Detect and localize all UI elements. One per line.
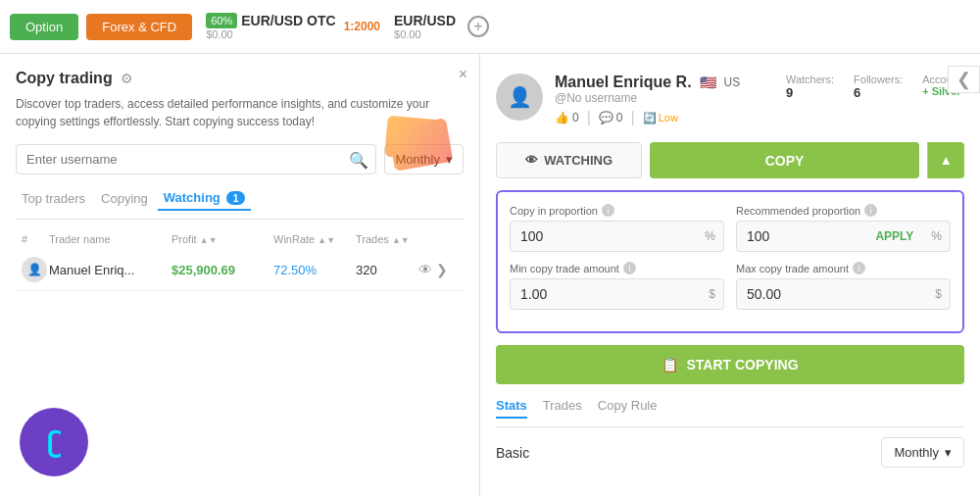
info-icon-4: i [853,262,865,274]
profile-username: @No username [555,91,774,105]
tab-stats[interactable]: Stats [496,398,527,419]
panel-title: Copy trading [16,70,113,87]
copy-proportion-field: Copy in proportion i % [510,204,724,252]
rec-proportion-field: Recommended proportion i APPLY % [736,204,951,252]
chevron-right-icon[interactable]: ❯ [436,262,448,277]
trader-winrate: 72.50% [273,263,352,277]
min-copy-unit: $ [701,280,723,308]
tab-trades[interactable]: Trades [543,398,582,419]
followers-label: Followers: [854,74,903,85]
info-icon-2: i [864,204,877,217]
search-input[interactable] [16,144,376,174]
refresh-icon: 🔄 [643,112,657,124]
tab-top-traders[interactable]: Top traders [16,187,91,210]
right-panel: ❮ 👤 Manuel Enrique R. 🇺🇸 US @No username… [480,54,980,496]
apply-button[interactable]: APPLY [865,223,923,249]
avatar: 👤 [22,257,47,282]
copy-row-1: Copy in proportion i % Recommended propo… [510,204,951,252]
watch-button[interactable]: 👁 WATCHING [496,142,642,178]
tabs-row: Top traders Copying Watching 1 [16,186,464,220]
copy-proportion-label: Copy in proportion i [510,204,724,217]
trader-profile: 👤 Manuel Enrique R. 🇺🇸 US @No username 👍… [496,74,964,130]
monthly-period-select[interactable]: Monthly ▾ [881,437,964,468]
logo-icon: ʗ [47,426,61,459]
search-icon[interactable]: 🔍 [349,150,368,169]
row-actions: 👁 ❯ [418,262,458,277]
copy-proportion-input[interactable] [511,222,697,251]
max-copy-input-wrap: $ [736,278,951,310]
tab-copying[interactable]: Copying [95,187,154,210]
comment-stat: 💬 0 [599,111,623,124]
tab-copy-rule[interactable]: Copy Rule [598,398,658,419]
min-copy-input[interactable] [511,279,701,309]
col-winrate: WinRate ▲▼ [273,233,352,245]
watchers-label: Watchers: [786,74,834,85]
profile-country: US [724,75,741,89]
top-bar: Option Forex & CFD 60% EUR/USD OTC $0.00… [0,0,980,54]
min-copy-field: Min copy trade amount i $ [510,262,724,310]
sort-trades-icon: ▲▼ [392,235,410,245]
copy-proportion-input-wrap: % [510,221,724,252]
rec-proportion-label: Recommended proportion i [736,204,951,217]
max-copy-label: Max copy trade amount i [736,262,951,274]
profile-avatar: 👤 [496,74,543,121]
col-rank: # [22,233,45,245]
table-row[interactable]: 👤 Manuel Enriq... $25,900.69 72.50% 320 … [16,249,464,291]
risk-label: Low [659,112,678,124]
max-copy-input[interactable] [737,279,927,309]
close-button[interactable]: × [459,66,467,83]
add-instrument-button[interactable]: + [467,16,489,37]
chevron-up-icon: ▲ [940,153,953,168]
tab-forex[interactable]: Forex & CFD [86,14,192,40]
inst1-name: EUR/USD OTC [241,13,335,28]
start-copying-button[interactable]: 📋 START COPYING [496,345,964,384]
sort-profit-icon: ▲▼ [200,235,218,245]
profile-stats-row: 👍 0 | 💬 0 | 🔄 Low [555,109,774,126]
risk-badge: 🔄 Low [643,112,678,124]
trader-name: Manuel Enriq... [49,263,168,277]
max-copy-field: Max copy trade amount i $ [736,262,951,310]
max-copy-unit: $ [927,280,950,308]
col-trades: Trades ▲▼ [356,233,415,245]
eye-icon[interactable]: 👁 [418,262,432,277]
copy-button[interactable]: COPY [650,142,919,178]
tab-watching[interactable]: Watching 1 [158,186,251,211]
info-icon-3: i [623,262,636,274]
watching-badge: 1 [226,191,244,205]
divider2: | [631,109,635,126]
inst2-name: EUR/USD [394,13,456,28]
profile-info: Manuel Enrique R. 🇺🇸 US @No username 👍 0… [555,74,774,130]
tab-option[interactable]: Option [10,14,78,40]
comment-icon: 💬 [599,111,613,124]
followers-value: 6 [854,85,903,100]
pct-badge: 60% [206,13,237,28]
sort-winrate-icon: ▲▼ [318,235,335,245]
search-wrap: 🔍 [16,144,376,174]
divider: | [587,109,591,126]
copy-dropdown-button[interactable]: ▲ [927,142,964,178]
main-content: × Copy trading ⚙ Discover top traders, a… [0,54,980,496]
copy-settings: Copy in proportion i % Recommended propo… [496,190,964,333]
info-icon-1: i [602,204,614,217]
instrument-1[interactable]: 60% EUR/USD OTC $0.00 [206,13,335,40]
monthly-label: Monthly [894,445,939,460]
copy-row-2: Min copy trade amount i $ Max copy trade… [510,262,951,310]
inst2-price: $0.00 [394,28,456,40]
min-copy-input-wrap: $ [510,278,724,310]
col-name: Trader name [49,233,168,245]
trader-trades: 320 [356,263,415,277]
profile-name-row: Manuel Enrique R. 🇺🇸 US [555,74,774,91]
instrument-2[interactable]: EUR/USD $0.00 [394,13,456,40]
gear-icon[interactable]: ⚙ [121,71,133,86]
followers-stat: Followers: 6 [854,74,903,100]
col-profit: Profit ▲▼ [172,233,270,245]
back-button[interactable]: ❮ [948,66,980,93]
copy-start-icon: 📋 [662,357,678,372]
table-header: # Trader name Profit ▲▼ WinRate ▲▼ Trade… [16,229,464,249]
profile-extra-stats: Watchers: 9 Followers: 6 Account: + Silv… [786,74,964,100]
like-stat: 👍 0 [555,111,579,124]
rec-proportion-unit: % [923,223,950,250]
chevron-down-icon-2: ▾ [945,445,952,460]
rec-proportion-input[interactable] [737,222,865,251]
panel-header: Copy trading ⚙ [16,70,464,87]
